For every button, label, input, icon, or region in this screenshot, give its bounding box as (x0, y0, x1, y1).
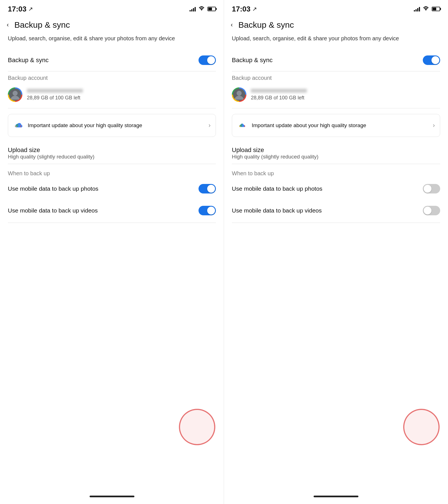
mobile-videos-toggle-right[interactable] (423, 206, 440, 215)
svg-point-0 (13, 91, 18, 96)
divider-1-right (232, 71, 440, 71)
status-icons-left (190, 6, 216, 12)
content-right: Upload, search, organise, edit & share y… (224, 34, 448, 265)
backup-sync-label-right: Backup & sync (232, 57, 273, 64)
mobile-videos-row-right: Use mobile data to back up videos (232, 200, 440, 221)
status-bar-right: 17:03 ↗ (224, 0, 448, 16)
upload-size-label-left: Upload size (8, 144, 216, 154)
account-storage-right: 28,89 GB of 100 GB left (251, 95, 440, 101)
chevron-right-right: › (433, 122, 435, 129)
account-row-right: 28,89 GB of 100 GB left (232, 82, 440, 107)
divider-1-left (8, 71, 216, 71)
mobile-videos-label-left: Use mobile data to back up videos (8, 207, 98, 214)
page-title-right: Backup & sync (238, 20, 294, 30)
description-right: Upload, search, organise, edit & share y… (232, 34, 440, 43)
backup-account-label-right: Backup account (232, 73, 440, 82)
account-email-blur-right (251, 89, 307, 93)
svg-point-1 (11, 96, 20, 100)
signal-icon-right (414, 6, 420, 11)
mobile-videos-row-left: Use mobile data to back up videos (8, 200, 216, 221)
mobile-photos-label-left: Use mobile data to back up photos (8, 185, 98, 192)
status-bar-left: 17:03 ↗ (0, 0, 224, 16)
battery-icon-left (207, 7, 216, 11)
upload-size-value-right: High quality (slightly reduced quality) (232, 154, 440, 163)
divider-3-left (8, 164, 216, 164)
divider-4-right (232, 223, 440, 223)
backup-sync-toggle-left[interactable] (199, 55, 216, 65)
backup-sync-row-right: Backup & sync (232, 50, 440, 70)
upload-size-label-right: Upload size (232, 144, 440, 154)
wifi-icon-left (199, 6, 205, 12)
mobile-photos-label-right: Use mobile data to back up photos (232, 185, 322, 192)
when-to-back-up-label-right: When to back up (232, 168, 440, 178)
home-indicator-right (314, 496, 358, 497)
back-button-left[interactable]: ‹ (7, 21, 9, 29)
backup-account-label-left: Backup account (8, 73, 216, 82)
home-indicator-left (90, 496, 134, 497)
status-time-left: 17:03 (8, 5, 27, 13)
divider-4-left (8, 223, 216, 223)
account-email-blur-left (27, 89, 83, 93)
location-icon-right: ↗ (252, 6, 257, 12)
account-storage-left: 28,89 GB of 100 GB left (27, 95, 216, 101)
account-info-right: 28,89 GB of 100 GB left (251, 89, 440, 101)
avatar-left (8, 87, 22, 102)
notice-card-left[interactable]: Important update about your high quality… (8, 114, 216, 137)
account-info-left: 28,89 GB of 100 GB left (27, 89, 216, 101)
status-time-right: 17:03 (232, 5, 251, 13)
location-icon-left: ↗ (28, 6, 33, 12)
avatar-right (232, 87, 246, 102)
upload-size-section-right: Upload size High quality (slightly reduc… (232, 144, 440, 163)
right-panel: 17:03 ↗ ‹ Backup & sync (224, 0, 448, 504)
notice-text-right: Important update about your high quality… (252, 122, 428, 129)
mobile-photos-row-left: Use mobile data to back up photos (8, 178, 216, 200)
wifi-icon-right (423, 6, 429, 12)
notice-text-left: Important update about your high quality… (28, 122, 204, 129)
mobile-photos-row-right: Use mobile data to back up photos (232, 178, 440, 200)
signal-icon-left (190, 6, 196, 11)
description-left: Upload, search, organise, edit & share y… (8, 34, 216, 43)
upload-size-value-left: High quality (slightly reduced quality) (8, 154, 216, 163)
svg-point-3 (235, 96, 244, 100)
notice-card-right[interactable]: Important update about your high quality… (232, 114, 440, 137)
divider-2-right (232, 108, 440, 108)
backup-sync-row-left: Backup & sync (8, 50, 216, 70)
mobile-photos-toggle-right[interactable] (423, 184, 440, 193)
cloud-icon-right (237, 120, 247, 131)
left-panel: 17:03 ↗ ‹ Backup & sync (0, 0, 224, 504)
svg-point-2 (237, 91, 242, 96)
when-to-back-up-label-left: When to back up (8, 168, 216, 178)
chevron-right-left: › (209, 122, 211, 129)
upload-size-section-left: Upload size High quality (slightly reduc… (8, 144, 216, 163)
status-icons-right (414, 6, 440, 12)
mobile-videos-label-right: Use mobile data to back up videos (232, 207, 322, 214)
back-button-right[interactable]: ‹ (231, 21, 233, 29)
divider-2-left (8, 108, 216, 108)
header-left: ‹ Backup & sync (0, 16, 224, 34)
header-right: ‹ Backup & sync (224, 16, 448, 34)
content-left: Upload, search, organise, edit & share y… (0, 34, 224, 265)
account-row-left: 28,89 GB of 100 GB left (8, 82, 216, 107)
mobile-videos-toggle-left[interactable] (199, 206, 216, 215)
mobile-photos-toggle-left[interactable] (199, 184, 216, 193)
page-title-left: Backup & sync (14, 20, 70, 30)
backup-sync-toggle-right[interactable] (423, 55, 440, 65)
battery-icon-right (432, 7, 440, 11)
divider-3-right (232, 164, 440, 164)
cloud-icon-left (13, 120, 23, 131)
backup-sync-label-left: Backup & sync (8, 57, 49, 64)
